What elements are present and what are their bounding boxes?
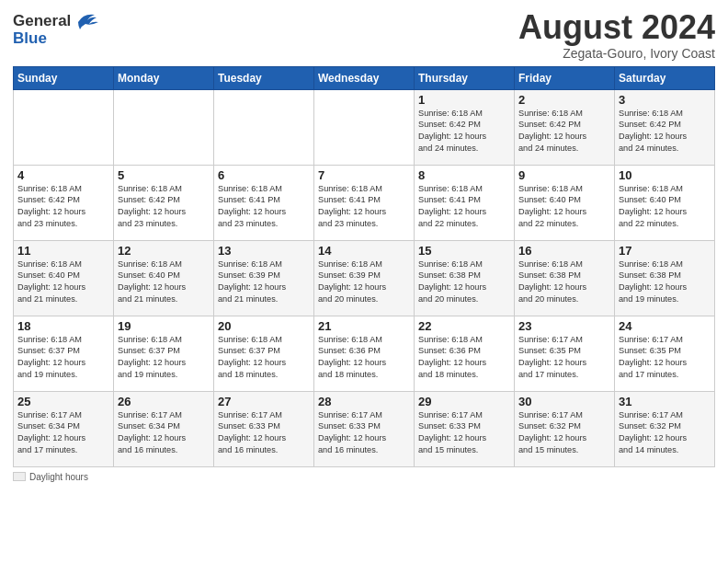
day-number: 11 [17, 244, 109, 258]
cell-info: Sunrise: 6:18 AM Sunset: 6:41 PM Dayligh… [418, 183, 510, 231]
subtitle: Zegata-Gouro, Ivory Coast [518, 46, 715, 61]
cell-info: Sunrise: 6:18 AM Sunset: 6:42 PM Dayligh… [418, 108, 510, 155]
calendar-cell: 11Sunrise: 6:18 AM Sunset: 6:40 PM Dayli… [14, 240, 114, 316]
cell-info: Sunrise: 6:18 AM Sunset: 6:40 PM Dayligh… [518, 183, 610, 231]
calendar-cell [114, 89, 214, 165]
calendar-cell: 1Sunrise: 6:18 AM Sunset: 6:42 PM Daylig… [415, 89, 515, 165]
weekday-header: Thursday [415, 66, 515, 89]
title-area: August 2024 Zegata-Gouro, Ivory Coast [518, 9, 715, 61]
cell-info: Sunrise: 6:17 AM Sunset: 6:35 PM Dayligh… [619, 334, 711, 382]
calendar-cell: 26Sunrise: 6:17 AM Sunset: 6:34 PM Dayli… [114, 391, 214, 466]
day-number: 4 [17, 168, 109, 182]
day-number: 3 [619, 93, 711, 107]
cell-info: Sunrise: 6:18 AM Sunset: 6:39 PM Dayligh… [318, 259, 410, 306]
day-number: 13 [218, 244, 310, 258]
calendar-cell: 14Sunrise: 6:18 AM Sunset: 6:39 PM Dayli… [314, 240, 415, 316]
calendar-cell: 31Sunrise: 6:17 AM Sunset: 6:32 PM Dayli… [615, 391, 715, 466]
cell-info: Sunrise: 6:18 AM Sunset: 6:37 PM Dayligh… [17, 334, 109, 382]
day-number: 17 [619, 244, 711, 258]
calendar-cell: 21Sunrise: 6:18 AM Sunset: 6:36 PM Dayli… [314, 316, 415, 391]
calendar-cell: 18Sunrise: 6:18 AM Sunset: 6:37 PM Dayli… [14, 316, 114, 391]
cell-info: Sunrise: 6:18 AM Sunset: 6:41 PM Dayligh… [318, 183, 410, 231]
day-number: 8 [418, 168, 510, 182]
calendar-body: 1Sunrise: 6:18 AM Sunset: 6:42 PM Daylig… [14, 89, 715, 466]
cell-info: Sunrise: 6:18 AM Sunset: 6:40 PM Dayligh… [619, 183, 711, 231]
cell-info: Sunrise: 6:17 AM Sunset: 6:33 PM Dayligh… [218, 409, 310, 457]
calendar-week-row: 4Sunrise: 6:18 AM Sunset: 6:42 PM Daylig… [14, 165, 715, 240]
day-number: 18 [17, 319, 109, 333]
day-number: 22 [418, 319, 510, 333]
legend-area: Daylight hours [13, 472, 715, 482]
page-container: General Blue August 2024 Zegata-Gouro, I… [0, 0, 728, 491]
cell-info: Sunrise: 6:17 AM Sunset: 6:32 PM Dayligh… [518, 409, 610, 457]
logo-bird-icon [73, 9, 98, 33]
cell-info: Sunrise: 6:17 AM Sunset: 6:34 PM Dayligh… [17, 409, 109, 457]
calendar-cell: 4Sunrise: 6:18 AM Sunset: 6:42 PM Daylig… [14, 165, 114, 240]
calendar-week-row: 11Sunrise: 6:18 AM Sunset: 6:40 PM Dayli… [14, 240, 715, 316]
calendar-cell: 22Sunrise: 6:18 AM Sunset: 6:36 PM Dayli… [415, 316, 515, 391]
calendar-cell: 23Sunrise: 6:17 AM Sunset: 6:35 PM Dayli… [515, 316, 615, 391]
day-number: 2 [518, 93, 610, 107]
logo-general-text: General [13, 12, 71, 30]
calendar-table: SundayMondayTuesdayWednesdayThursdayFrid… [13, 66, 715, 467]
calendar-cell: 27Sunrise: 6:17 AM Sunset: 6:33 PM Dayli… [214, 391, 314, 466]
day-number: 1 [418, 93, 510, 107]
cell-info: Sunrise: 6:18 AM Sunset: 6:42 PM Dayligh… [518, 108, 610, 155]
day-number: 12 [118, 244, 210, 258]
calendar-cell: 28Sunrise: 6:17 AM Sunset: 6:33 PM Dayli… [314, 391, 415, 466]
legend-label: Daylight hours [29, 472, 88, 482]
day-number: 9 [518, 168, 610, 182]
day-number: 24 [619, 319, 711, 333]
day-number: 14 [318, 244, 410, 258]
weekday-header: Tuesday [214, 66, 314, 89]
weekday-header: Saturday [615, 66, 715, 89]
logo-blue-text: Blue [13, 29, 47, 48]
day-number: 10 [619, 168, 711, 182]
cell-info: Sunrise: 6:18 AM Sunset: 6:37 PM Dayligh… [218, 334, 310, 382]
weekday-header: Wednesday [314, 66, 415, 89]
day-number: 20 [218, 319, 310, 333]
month-title: August 2024 [518, 9, 715, 46]
cell-info: Sunrise: 6:18 AM Sunset: 6:38 PM Dayligh… [518, 259, 610, 306]
cell-info: Sunrise: 6:17 AM Sunset: 6:34 PM Dayligh… [118, 409, 210, 457]
calendar-cell: 19Sunrise: 6:18 AM Sunset: 6:37 PM Dayli… [114, 316, 214, 391]
weekday-header: Friday [515, 66, 615, 89]
calendar-cell: 7Sunrise: 6:18 AM Sunset: 6:41 PM Daylig… [314, 165, 415, 240]
calendar-cell: 2Sunrise: 6:18 AM Sunset: 6:42 PM Daylig… [515, 89, 615, 165]
calendar-cell: 8Sunrise: 6:18 AM Sunset: 6:41 PM Daylig… [415, 165, 515, 240]
calendar-cell [14, 89, 114, 165]
day-number: 15 [418, 244, 510, 258]
calendar-week-row: 1Sunrise: 6:18 AM Sunset: 6:42 PM Daylig… [14, 89, 715, 165]
calendar-week-row: 18Sunrise: 6:18 AM Sunset: 6:37 PM Dayli… [14, 316, 715, 391]
calendar-cell [214, 89, 314, 165]
day-number: 23 [518, 319, 610, 333]
calendar-cell: 5Sunrise: 6:18 AM Sunset: 6:42 PM Daylig… [114, 165, 214, 240]
cell-info: Sunrise: 6:18 AM Sunset: 6:40 PM Dayligh… [118, 259, 210, 306]
day-number: 16 [518, 244, 610, 258]
cell-info: Sunrise: 6:17 AM Sunset: 6:33 PM Dayligh… [318, 409, 410, 457]
calendar-cell: 17Sunrise: 6:18 AM Sunset: 6:38 PM Dayli… [615, 240, 715, 316]
cell-info: Sunrise: 6:18 AM Sunset: 6:42 PM Dayligh… [619, 108, 711, 155]
day-number: 29 [418, 395, 510, 408]
day-number: 7 [318, 168, 410, 182]
weekday-header: Sunday [14, 66, 114, 89]
cell-info: Sunrise: 6:17 AM Sunset: 6:33 PM Dayligh… [418, 409, 510, 457]
cell-info: Sunrise: 6:18 AM Sunset: 6:41 PM Dayligh… [218, 183, 310, 231]
day-number: 27 [218, 395, 310, 408]
calendar-header: SundayMondayTuesdayWednesdayThursdayFrid… [14, 66, 715, 89]
cell-info: Sunrise: 6:17 AM Sunset: 6:32 PM Dayligh… [619, 409, 711, 457]
cell-info: Sunrise: 6:18 AM Sunset: 6:36 PM Dayligh… [318, 334, 410, 382]
calendar-cell: 3Sunrise: 6:18 AM Sunset: 6:42 PM Daylig… [615, 89, 715, 165]
calendar-cell: 10Sunrise: 6:18 AM Sunset: 6:40 PM Dayli… [615, 165, 715, 240]
calendar-cell: 29Sunrise: 6:17 AM Sunset: 6:33 PM Dayli… [415, 391, 515, 466]
calendar-cell: 20Sunrise: 6:18 AM Sunset: 6:37 PM Dayli… [214, 316, 314, 391]
cell-info: Sunrise: 6:18 AM Sunset: 6:39 PM Dayligh… [218, 259, 310, 306]
calendar-cell: 13Sunrise: 6:18 AM Sunset: 6:39 PM Dayli… [214, 240, 314, 316]
cell-info: Sunrise: 6:18 AM Sunset: 6:38 PM Dayligh… [418, 259, 510, 306]
calendar-cell: 16Sunrise: 6:18 AM Sunset: 6:38 PM Dayli… [515, 240, 615, 316]
calendar-cell: 12Sunrise: 6:18 AM Sunset: 6:40 PM Dayli… [114, 240, 214, 316]
cell-info: Sunrise: 6:18 AM Sunset: 6:38 PM Dayligh… [619, 259, 711, 306]
calendar-cell: 24Sunrise: 6:17 AM Sunset: 6:35 PM Dayli… [615, 316, 715, 391]
day-number: 21 [318, 319, 410, 333]
day-number: 26 [118, 395, 210, 408]
